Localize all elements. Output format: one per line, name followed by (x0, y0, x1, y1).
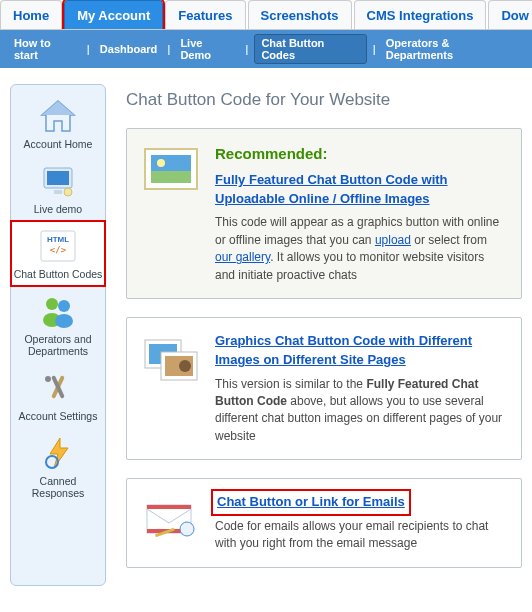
link-fully-featured[interactable]: Fully Featured Chat Button Code with Upl… (215, 171, 507, 209)
thumbnail-frame-icon (139, 143, 203, 284)
svg-point-21 (157, 159, 165, 167)
svg-marker-16 (50, 438, 68, 468)
card-description: This version is similar to the Fully Fea… (215, 376, 507, 446)
sidebar-item-label: Canned Responses (13, 475, 103, 499)
divider: | (245, 43, 248, 55)
subnav-chat-button-codes[interactable]: Chat Button Codes (254, 34, 366, 64)
divider: | (167, 43, 170, 55)
sidebar-item-operators-departments[interactable]: Operators and Departments (11, 286, 105, 363)
page-title: Chat Button Code for Your Website (126, 90, 522, 110)
svg-point-12 (55, 314, 73, 328)
card-recommended: Recommended: Fully Featured Chat Button … (126, 128, 522, 299)
sidebar-item-label: Live demo (13, 203, 103, 215)
sidebar-item-account-home[interactable]: Account Home (11, 91, 105, 156)
tools-icon (36, 369, 80, 407)
svg-point-9 (46, 298, 58, 310)
home-icon (36, 97, 80, 135)
thumbnail-envelope-icon (139, 493, 203, 553)
svg-rect-20 (151, 171, 191, 183)
subnav-how-to-start[interactable]: How to start (10, 35, 81, 63)
tab-screenshots[interactable]: Screenshots (248, 0, 352, 29)
svg-marker-1 (42, 101, 74, 115)
sidebar-item-label: Account Home (13, 138, 103, 150)
card-description: Code for emails allows your email recipi… (215, 518, 507, 553)
link-graphics-code[interactable]: Graphics Chat Button Code with Different… (215, 332, 507, 370)
tab-home[interactable]: Home (0, 0, 62, 29)
divider: | (87, 43, 90, 55)
svg-rect-3 (47, 171, 69, 185)
card-graphics: Graphics Chat Button Code with Different… (126, 317, 522, 460)
card-description: This code will appear as a graphics butt… (215, 214, 507, 284)
svg-point-15 (45, 376, 51, 382)
svg-rect-28 (147, 505, 191, 509)
card-email: Chat Button or Link for Emails Code for … (126, 478, 522, 568)
sidebar-item-label: Operators and Departments (13, 333, 103, 357)
html-icon: HTML</> (36, 227, 80, 265)
link-upload[interactable]: upload (375, 233, 411, 247)
link-email-chat-button[interactable]: Chat Button or Link for Emails (215, 493, 407, 512)
thumbnail-stack-icon (139, 332, 203, 445)
tab-download[interactable]: Dow (488, 0, 532, 29)
svg-point-26 (179, 360, 191, 372)
top-nav: Home My Account Features Screenshots CMS… (0, 0, 532, 30)
svg-point-5 (64, 188, 72, 196)
sub-nav: How to start | Dashboard | Live Demo | C… (0, 30, 532, 68)
sidebar-item-chat-button-codes[interactable]: HTML</> Chat Button Codes (11, 221, 105, 286)
link-our-gallery[interactable]: our gallery (215, 250, 270, 264)
sidebar-item-account-settings[interactable]: Account Settings (11, 363, 105, 428)
sidebar-item-label: Chat Button Codes (13, 268, 103, 280)
monitor-icon (36, 162, 80, 200)
tab-features[interactable]: Features (165, 0, 245, 29)
svg-rect-4 (54, 190, 62, 194)
main-content: Chat Button Code for Your Website Recomm… (126, 84, 522, 586)
sidebar-item-canned-responses[interactable]: Canned Responses (11, 428, 105, 505)
divider: | (373, 43, 376, 55)
svg-point-30 (180, 522, 194, 536)
sidebar-item-live-demo[interactable]: Live demo (11, 156, 105, 221)
subnav-operators-departments[interactable]: Operators & Departments (382, 35, 522, 63)
subnav-live-demo[interactable]: Live Demo (176, 35, 239, 63)
svg-point-10 (58, 300, 70, 312)
recommended-label: Recommended: (215, 143, 507, 165)
sidebar-item-label: Account Settings (13, 410, 103, 422)
tab-cms-integrations[interactable]: CMS Integrations (354, 0, 487, 29)
subnav-dashboard[interactable]: Dashboard (96, 41, 161, 57)
svg-text:</>: </> (50, 245, 67, 255)
svg-text:HTML: HTML (47, 235, 69, 244)
sidebar: Account Home Live demo HTML</> Chat Butt… (10, 84, 106, 586)
tab-my-account[interactable]: My Account (64, 0, 163, 29)
users-icon (36, 292, 80, 330)
lightning-icon (36, 434, 80, 472)
